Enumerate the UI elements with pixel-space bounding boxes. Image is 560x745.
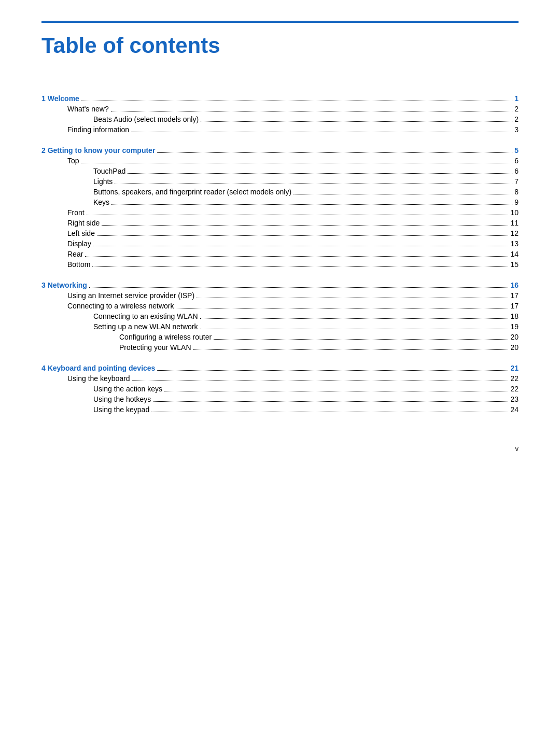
toc-page-number: 2 xyxy=(514,105,519,113)
toc-entry: Connecting to a wireless network17 xyxy=(41,302,519,310)
toc-dots xyxy=(89,287,509,288)
toc-dots xyxy=(111,204,512,205)
toc-page-number: 10 xyxy=(510,208,519,217)
toc-entry-text: Setting up a new WLAN network xyxy=(93,322,198,331)
toc-page-number: 9 xyxy=(514,198,519,206)
toc-entry-text: Front xyxy=(67,208,85,217)
toc-entry-text: Configuring a wireless router xyxy=(119,333,212,341)
toc-entry-text: Lights xyxy=(93,177,113,186)
toc-page-number: 5 xyxy=(514,146,519,154)
toc-dots xyxy=(81,163,513,163)
toc-entry-text: Display xyxy=(67,240,91,248)
toc-page-number: 20 xyxy=(510,333,519,341)
toc-entry: Right side11 xyxy=(41,219,519,227)
toc-dots xyxy=(97,235,508,236)
toc-dots xyxy=(151,412,508,412)
toc-page-number: 7 xyxy=(514,177,519,186)
toc-entry-text: Bottom xyxy=(67,260,90,269)
toc-dots xyxy=(164,391,508,391)
toc-entry-text: Connecting to a wireless network xyxy=(67,302,174,310)
toc-entry: Setting up a new WLAN network19 xyxy=(41,322,519,331)
toc-entry-text: Top xyxy=(67,157,79,165)
toc-entry: 4 Keyboard and pointing devices21 xyxy=(41,364,519,372)
toc-dots xyxy=(200,329,509,329)
toc-entry-text: 4 Keyboard and pointing devices xyxy=(41,364,155,372)
toc-entry: Using the keypad24 xyxy=(41,405,519,414)
toc-entry: Configuring a wireless router20 xyxy=(41,333,519,341)
toc-entry-text: What's new? xyxy=(67,105,109,113)
toc-entry: Finding information3 xyxy=(41,125,519,134)
toc-dots xyxy=(153,401,508,402)
toc-spacer xyxy=(41,271,519,281)
toc-page-number: 2 xyxy=(514,115,519,123)
toc-entry-text: Keys xyxy=(93,198,109,206)
toc-container: 1 Welcome1What's new?2Beats Audio (selec… xyxy=(41,94,519,414)
toc-dots xyxy=(85,256,508,257)
toc-dots xyxy=(201,121,512,122)
toc-page-number: 8 xyxy=(514,188,519,196)
toc-page-number: 18 xyxy=(510,312,519,320)
toc-entry-text: Left side xyxy=(67,229,95,237)
toc-entry-text: Using the keypad xyxy=(93,405,149,414)
toc-page-number: 15 xyxy=(510,260,519,269)
top-border xyxy=(41,21,519,23)
toc-dots xyxy=(115,184,512,184)
toc-page-number: 17 xyxy=(510,291,519,300)
toc-dots xyxy=(102,225,508,226)
toc-entry: Keys9 xyxy=(41,198,519,206)
toc-page-number: 11 xyxy=(510,219,519,227)
toc-entry: Buttons, speakers, and fingerprint reade… xyxy=(41,188,519,196)
toc-entry: 2 Getting to know your computer5 xyxy=(41,146,519,154)
toc-page-number: 3 xyxy=(514,125,519,134)
toc-dots xyxy=(157,370,508,371)
toc-page-number: 13 xyxy=(510,240,519,248)
toc-page-number: 19 xyxy=(510,322,519,331)
toc-entry-text: Connecting to an existing WLAN xyxy=(93,312,198,320)
toc-entry: Using an Internet service provider (ISP)… xyxy=(41,291,519,300)
toc-entry: Using the action keys22 xyxy=(41,385,519,393)
toc-entry: Front10 xyxy=(41,208,519,217)
toc-entry-text: Using an Internet service provider (ISP) xyxy=(67,291,194,300)
toc-entry-text: Rear xyxy=(67,250,83,258)
toc-entry-text: 3 Networking xyxy=(41,281,87,289)
toc-page-number: 22 xyxy=(510,385,519,393)
toc-entry: TouchPad6 xyxy=(41,167,519,175)
toc-entry: Top6 xyxy=(41,157,519,165)
toc-page-number: 16 xyxy=(510,281,519,289)
toc-entry: 1 Welcome1 xyxy=(41,94,519,103)
toc-page-number: 12 xyxy=(510,229,519,237)
toc-entry: Lights7 xyxy=(41,177,519,186)
toc-page-number: 21 xyxy=(510,364,519,372)
toc-entry: Bottom15 xyxy=(41,260,519,269)
toc-spacer xyxy=(41,136,519,146)
toc-entry-text: Buttons, speakers, and fingerprint reade… xyxy=(93,188,291,196)
toc-entry: Left side12 xyxy=(41,229,519,237)
toc-dots xyxy=(176,308,508,308)
toc-entry-text: Right side xyxy=(67,219,100,227)
toc-dots xyxy=(197,298,508,298)
toc-page-number: 22 xyxy=(510,374,519,383)
toc-dots xyxy=(92,266,508,267)
toc-dots xyxy=(193,349,509,350)
toc-dots xyxy=(87,215,509,215)
toc-page-number: 17 xyxy=(510,302,519,310)
toc-entry: What's new?2 xyxy=(41,105,519,113)
toc-entry: Protecting your WLAN20 xyxy=(41,343,519,352)
toc-page-number: 6 xyxy=(514,157,519,165)
toc-entry-text: Using the hotkeys xyxy=(93,395,151,403)
toc-entry: Using the hotkeys23 xyxy=(41,395,519,403)
page-footer: v xyxy=(41,445,519,453)
toc-entry-text: Protecting your WLAN xyxy=(119,343,191,352)
toc-dots xyxy=(132,381,509,381)
toc-entry-text: TouchPad xyxy=(93,167,125,175)
toc-dots xyxy=(93,246,509,246)
toc-page-number: 23 xyxy=(510,395,519,403)
toc-entry-text: Finding information xyxy=(67,125,129,134)
toc-page-number: 20 xyxy=(510,343,519,352)
toc-page-number: 24 xyxy=(510,405,519,414)
toc-page-number: 6 xyxy=(514,167,519,175)
toc-dots xyxy=(200,318,509,319)
toc-dots xyxy=(293,194,512,194)
toc-entry-text: Beats Audio (select models only) xyxy=(93,115,199,123)
toc-entry: Display13 xyxy=(41,240,519,248)
